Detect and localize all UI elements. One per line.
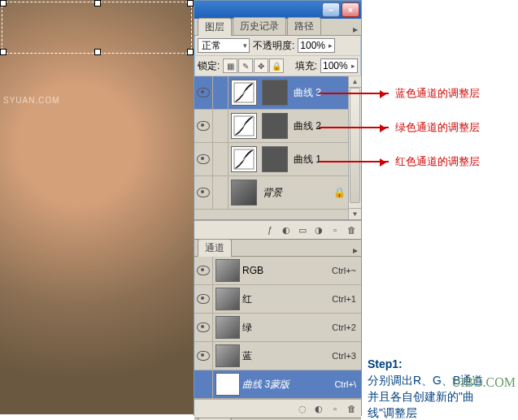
channel-shortcut: Ctrl+3 (332, 351, 356, 361)
channel-row-green[interactable]: 绿 Ctrl+2 (194, 314, 361, 342)
layer-name[interactable]: 曲线 1 (294, 153, 321, 167)
channel-row-mask[interactable]: 曲线 3蒙版 Ctrl+\ (194, 370, 361, 399)
new-channel-icon[interactable]: ▫ (329, 402, 342, 415)
annotation-blue: 蓝色通道的调整层 (395, 86, 480, 101)
link-column[interactable] (213, 143, 229, 175)
visibility-toggle[interactable] (194, 176, 213, 209)
layer-thumb[interactable] (231, 180, 257, 206)
channel-name: 蓝 (242, 349, 332, 363)
minimize-button[interactable]: – (322, 2, 340, 17)
blend-mode-value: 正常 (202, 39, 221, 53)
channel-shortcut: Ctrl+~ (332, 266, 356, 275)
transform-handle[interactable] (94, 49, 101, 55)
arrow-icon (319, 127, 389, 128)
eye-icon (197, 266, 210, 275)
step-title: Step1: (368, 356, 403, 372)
lock-paint-icon[interactable]: ✎ (238, 58, 253, 73)
layers-panel: 图层 历史记录 路径 ▸ 正常 不透明度: 100% 锁定: ▦ ✎ ✥ 🔒 填… (194, 19, 361, 239)
eye-icon (197, 294, 210, 304)
load-selection-icon[interactable]: ◌ (296, 402, 309, 415)
layer-scrollbar[interactable]: ▲ ▼ (348, 76, 361, 219)
palette-titlebar[interactable]: – × (194, 1, 361, 19)
delete-layer-icon[interactable]: 🗑 (345, 223, 358, 236)
layer-name[interactable]: 背景 (263, 186, 282, 200)
channel-thumb[interactable] (215, 259, 240, 282)
close-button[interactable]: × (342, 2, 359, 17)
channel-shortcut: Ctrl+\ (334, 379, 356, 389)
opacity-input[interactable]: 100% (298, 38, 335, 53)
transform-handle[interactable] (94, 0, 101, 6)
layer-row-background[interactable]: 背景 🔒 (194, 176, 361, 210)
tab-channels[interactable]: 通道 (198, 239, 232, 257)
lock-all-icon[interactable]: 🔒 (269, 58, 284, 73)
save-selection-icon[interactable]: ◐ (312, 402, 325, 415)
lock-move-icon[interactable]: ✥ (254, 58, 268, 73)
panel-menu-icon[interactable]: ▸ (350, 245, 361, 256)
document-canvas[interactable]: SYUAN.COM (0, 0, 194, 414)
opacity-value: 100% (300, 40, 325, 51)
layer-name[interactable]: 曲线 3 (294, 86, 321, 100)
channel-thumb[interactable] (215, 344, 240, 367)
blend-mode-select[interactable]: 正常 (198, 38, 250, 53)
transform-handle[interactable] (0, 49, 7, 55)
step-line: 线"调整层 (368, 405, 417, 420)
visibility-toggle[interactable] (194, 285, 213, 313)
scroll-down-icon[interactable]: ▼ (349, 208, 361, 219)
link-column[interactable] (213, 176, 229, 209)
layer-row-curve1[interactable]: 曲线 1 (194, 143, 361, 176)
panel-menu-icon[interactable]: ▸ (350, 24, 361, 35)
page-watermark: UiBO.COM (451, 375, 516, 390)
layer-mask-icon[interactable]: ◐ (280, 223, 293, 236)
transform-handle[interactable] (187, 49, 194, 55)
channel-thumb[interactable] (215, 288, 240, 310)
channel-thumb[interactable] (215, 316, 240, 339)
transform-bounding-box[interactable] (2, 2, 192, 54)
eye-icon (197, 351, 210, 361)
visibility-toggle[interactable] (194, 257, 213, 284)
transform-handle[interactable] (0, 0, 7, 6)
layer-style-icon[interactable]: ƒ (263, 223, 276, 236)
fill-input[interactable]: 100% (320, 58, 358, 73)
link-column[interactable] (213, 76, 229, 109)
visibility-toggle[interactable] (194, 76, 213, 109)
layers-footer: ƒ ◐ ▭ ◑ ▫ 🗑 (194, 220, 361, 239)
tab-history[interactable]: 历史记录 (233, 17, 286, 35)
lock-label: 锁定: (198, 59, 220, 73)
adjustment-thumb[interactable] (231, 146, 257, 172)
visibility-toggle[interactable] (194, 314, 213, 341)
scroll-up-icon[interactable]: ▲ (349, 76, 361, 88)
annotation-overlay: 蓝色通道的调整层 绿色通道的调整层 红色通道的调整层 Step1: 分别调出R、… (363, 0, 517, 414)
delete-channel-icon[interactable]: 🗑 (345, 402, 358, 415)
photo-watermark: SYUAN.COM (3, 96, 60, 105)
photo-content (0, 0, 194, 414)
opacity-label: 不透明度: (253, 39, 294, 53)
lock-transparency-icon[interactable]: ▦ (223, 58, 237, 73)
tab-paths[interactable]: 路径 (287, 17, 321, 35)
channel-thumb[interactable] (215, 373, 240, 396)
channel-shortcut: Ctrl+1 (332, 294, 356, 304)
adjustment-thumb[interactable] (231, 113, 257, 139)
visibility-toggle[interactable] (194, 370, 213, 398)
layer-list: 曲线 3 曲线 2 曲线 1 背景 🔒 (194, 76, 361, 220)
mask-thumb[interactable] (262, 146, 288, 172)
mask-thumb[interactable] (262, 113, 288, 139)
eye-icon (197, 323, 210, 332)
link-column[interactable] (213, 110, 229, 142)
annotation-green: 绿色通道的调整层 (395, 120, 480, 135)
layer-set-icon[interactable]: ▭ (296, 223, 309, 236)
channel-row-rgb[interactable]: RGB Ctrl+~ (194, 257, 361, 285)
new-layer-icon[interactable]: ▫ (329, 223, 342, 236)
scroll-thumb[interactable] (350, 88, 360, 203)
channel-row-blue[interactable]: 蓝 Ctrl+3 (194, 342, 361, 370)
blend-mode-row: 正常 不透明度: 100% (194, 36, 361, 56)
visibility-toggle[interactable] (194, 143, 213, 175)
visibility-toggle[interactable] (194, 342, 213, 370)
channel-row-red[interactable]: 红 Ctrl+1 (194, 285, 361, 314)
adjustment-thumb[interactable] (231, 80, 257, 106)
visibility-toggle[interactable] (194, 110, 213, 142)
layer-name[interactable]: 曲线 2 (294, 119, 321, 133)
adjustment-layer-icon[interactable]: ◑ (312, 223, 325, 236)
tab-layers[interactable]: 图层 (198, 18, 232, 36)
transform-handle[interactable] (187, 0, 194, 6)
mask-thumb[interactable] (262, 80, 288, 106)
